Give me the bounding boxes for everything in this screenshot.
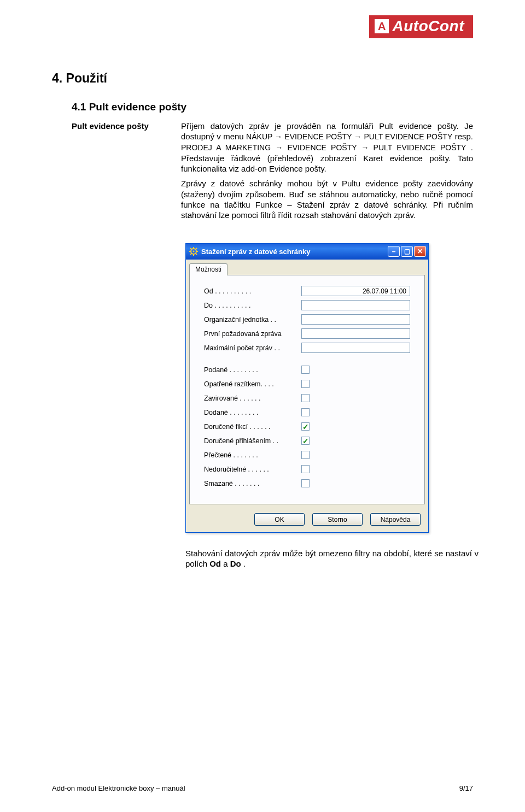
input-max[interactable] xyxy=(301,343,410,353)
logo: A AutoCont xyxy=(369,15,473,38)
input-do[interactable] xyxy=(301,300,410,310)
help-button[interactable]: Nápověda xyxy=(370,513,421,526)
svg-line-8 xyxy=(196,248,197,249)
label-dodane: Dodané . . . . . . . . xyxy=(204,409,301,416)
dialog-button-row: OK Storno Nápověda xyxy=(186,508,428,532)
para1-nav1: NÁKUP → EVIDENCE POŠTY → PULT EVIDENCE P… xyxy=(246,132,452,141)
cancel-button[interactable]: Storno xyxy=(312,513,363,526)
checkbox-zavirov[interactable] xyxy=(301,394,310,402)
para2: Zprávy z datové schránky mohou být v Pul… xyxy=(181,178,473,220)
paragraph-left-label: Pult evidence pošty xyxy=(72,121,176,225)
label-prectene: Přečtené . . . . . . . xyxy=(204,451,301,459)
checkbox-dodane[interactable] xyxy=(301,408,310,416)
checkbox-prihl[interactable]: ✓ xyxy=(301,437,310,445)
after-mid: a xyxy=(223,559,230,568)
checkbox-podane[interactable] xyxy=(301,366,310,374)
page-footer: Add-on modul Elektronické boxy – manuál … xyxy=(52,784,473,792)
checkbox-opatrene[interactable] xyxy=(301,380,310,388)
svg-point-1 xyxy=(193,251,195,252)
gear-icon xyxy=(189,247,198,256)
label-opatrene: Opatřené razítkem. . . . xyxy=(204,380,301,388)
label-do: Do . . . . . . . . . . xyxy=(204,302,301,309)
label-max: Maximální počet zpráv . . xyxy=(204,344,301,352)
svg-line-6 xyxy=(190,248,191,249)
ok-button[interactable]: OK xyxy=(254,513,305,526)
input-prvni[interactable] xyxy=(301,328,410,339)
para1-b: resp. xyxy=(455,132,473,141)
label-od: Od . . . . . . . . . . xyxy=(204,287,301,295)
dialog-title: Stažení zpráv z datové schránky xyxy=(201,248,384,256)
after-end: . xyxy=(243,559,246,568)
logo-mark-icon: A xyxy=(375,19,389,33)
para1-nav2: PRODEJ A MARKETING → EVIDENCE POŠTY → PU… xyxy=(181,143,466,152)
label-nedoruc: Nedoručitelné . . . . . . xyxy=(204,466,301,473)
close-button[interactable]: ✕ xyxy=(414,246,426,257)
maximize-button[interactable]: ▢ xyxy=(401,246,413,257)
tab-options[interactable]: Možnosti xyxy=(189,263,228,275)
label-org: Organizační jednotka . . xyxy=(204,316,301,323)
checkbox-prectene[interactable] xyxy=(301,451,310,459)
input-od[interactable] xyxy=(301,286,410,296)
label-podane: Podané . . . . . . . . xyxy=(204,366,301,374)
tab-strip: Možnosti xyxy=(186,260,428,275)
checkbox-nedoruc[interactable] xyxy=(301,465,310,473)
label-zavirov: Zavirované . . . . . . xyxy=(204,395,301,402)
label-fikci: Doručené fikcí . . . . . . xyxy=(204,423,301,431)
header-logo-bar: A AutoCont xyxy=(52,15,473,38)
after-bold2: Do xyxy=(230,559,241,568)
titlebar[interactable]: Stažení zpráv z datové schránky – ▢ ✕ xyxy=(186,244,428,260)
input-org[interactable] xyxy=(301,314,410,325)
footer-right: 9/17 xyxy=(459,784,473,792)
after-bold1: Od xyxy=(209,559,221,568)
logo-text: AutoCont xyxy=(392,17,464,35)
tab-panel: Od . . . . . . . . . . Do . . . . . . . … xyxy=(189,275,425,504)
section-title: 4. Použití xyxy=(52,71,473,86)
dialog-window: Stažení zpráv z datové schránky – ▢ ✕ Mo… xyxy=(185,243,429,533)
checkbox-smazane[interactable] xyxy=(301,479,310,487)
svg-line-9 xyxy=(190,254,191,255)
subsection-title: 4.1 Pult evidence pošty xyxy=(72,101,473,113)
label-prihl: Doručené přihlášením . . xyxy=(204,437,301,445)
checkbox-fikci[interactable]: ✓ xyxy=(301,422,310,431)
minimize-button[interactable]: – xyxy=(388,246,400,257)
footer-left: Add-on modul Elektronické boxy – manuál xyxy=(52,784,185,792)
label-prvni: První požadovaná zpráva xyxy=(204,330,301,338)
after-text: Stahování datových zpráv může být omezen… xyxy=(185,548,479,569)
svg-line-7 xyxy=(196,254,197,255)
body-text: Příjem datových zpráv je prováděn na for… xyxy=(181,121,473,225)
label-smazane: Smazané . . . . . . . xyxy=(204,480,301,487)
